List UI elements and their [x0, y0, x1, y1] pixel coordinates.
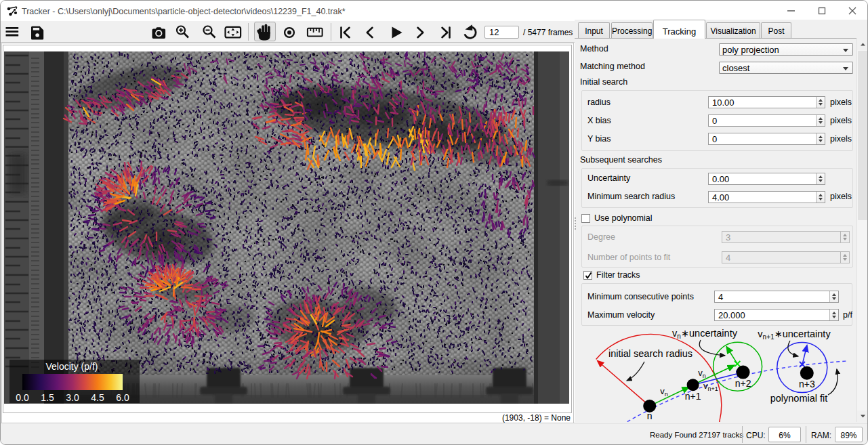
svg-text:vn: vn	[660, 386, 668, 398]
svg-text:1.5: 1.5	[41, 392, 54, 403]
svg-text:initial search radius: initial search radius	[608, 348, 693, 359]
svg-text:4.5: 4.5	[91, 392, 104, 403]
svg-text:0.0: 0.0	[16, 392, 29, 403]
svg-text:6.0: 6.0	[116, 392, 129, 403]
svg-text:n+1: n+1	[685, 391, 701, 402]
svg-text:n+3: n+3	[799, 379, 815, 389]
svg-text:vn: vn	[698, 368, 706, 379]
svg-text:vn+1∗uncertainty: vn+1∗uncertainty	[758, 329, 831, 341]
svg-text:n: n	[647, 410, 653, 421]
svg-text:polynomial fit: polynomial fit	[770, 393, 828, 404]
svg-text:n+2: n+2	[735, 378, 751, 389]
svg-text:Velocity (p/f): Velocity (p/f)	[45, 361, 98, 372]
svg-text:3.0: 3.0	[66, 392, 79, 403]
svg-text:vn∗uncertainty: vn∗uncertainty	[672, 328, 738, 340]
svg-text:vn+1: vn+1	[703, 381, 718, 392]
